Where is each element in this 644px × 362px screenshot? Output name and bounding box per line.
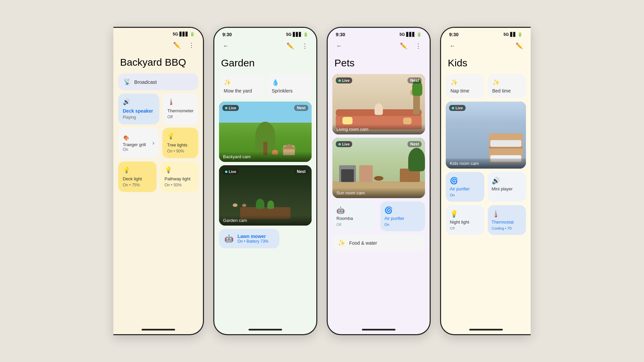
night-light-icon: 💡 — [450, 210, 480, 218]
kids-thermo-label: Thermostat — [492, 220, 522, 225]
battery-3: 🔋 — [417, 32, 422, 37]
sun-room-cam-card[interactable]: Live Nest Sun room cam — [332, 138, 425, 198]
air-purifier-icon: 🌀 — [384, 206, 421, 214]
phone-content-3: Live Nest Living room cam — [328, 74, 430, 325]
deck-light-status: On • 75% — [123, 183, 152, 187]
mini-player-label: Mini player — [492, 186, 522, 191]
sun-room-cam-label: Sun room cam — [332, 188, 425, 198]
mower-icon: 🤖 — [224, 234, 233, 243]
roomba-icon: 🤖 — [336, 206, 373, 214]
garden-cam-label: Garden cam — [219, 215, 312, 226]
food-water-card[interactable]: ✨ Food & water — [332, 235, 425, 251]
top-bar-1: ✏️ ⋮ — [113, 38, 203, 54]
more-button-2[interactable]: ⋮ — [299, 40, 311, 52]
tree-lights-label: Tree lights — [167, 142, 194, 147]
status-icons-1: 5G ▋▋▋ 🔋 — [173, 32, 195, 37]
tree-lights-icon: 💡 — [167, 132, 194, 140]
row-grill-lights: 🍖 Traeger grill On › 💡 Tree lights On • … — [118, 128, 198, 158]
home-bar-4 — [469, 329, 503, 330]
edit-button-4[interactable]: ✏️ — [513, 40, 525, 52]
kids-air-purifier-card[interactable]: 🌀 Air purifier On — [446, 172, 484, 202]
night-light-label: Night light — [450, 220, 480, 225]
signal-3: 5G — [399, 32, 405, 37]
row-mow-sprinklers: ✨ Mow the yard 💧 Sprinklers — [219, 74, 312, 98]
grill-status: On — [123, 147, 146, 152]
kids-air-purifier-status: On — [450, 193, 480, 197]
phone-content-1: 📡 Broadcast 🔊 Deck speaker Playing 🌡️ Th… — [113, 73, 203, 325]
signal-bars-2: ▋▋▋ — [293, 32, 302, 37]
top-bar-4: ← ✏️ — [441, 39, 531, 55]
garden-live-text: Live — [229, 170, 236, 174]
kids-live-text: Live — [455, 106, 463, 110]
home-indicator-2 — [214, 325, 316, 334]
phone-content-2: ✨ Mow the yard 💧 Sprinklers — [214, 74, 316, 325]
mow-card[interactable]: ✨ Mow the yard — [219, 74, 264, 98]
status-bar-3: 9:30 5G ▋▋▋ 🔋 — [328, 28, 430, 39]
bed-time-card[interactable]: ✨ Bed time — [488, 74, 526, 98]
top-bar-3: ← ✏️ ⋮ — [328, 39, 430, 55]
thermometer-card[interactable]: 🌡️ Thermometer Off — [163, 94, 198, 124]
night-light-card[interactable]: 💡 Night light Off — [446, 205, 484, 235]
page-title-3: Pets — [328, 55, 430, 74]
grill-arrow: › — [152, 139, 154, 146]
row-deck-thermo: 🔊 Deck speaker Playing 🌡️ Thermometer Of… — [118, 94, 198, 124]
backyard-live-badge: Live — [222, 105, 239, 111]
mower-label: Lawn mower — [237, 234, 268, 239]
row-night-thermo: 💡 Night light Off 🌡️ Thermostat Cooling … — [446, 205, 526, 235]
garden-cam-card[interactable]: Live Nest Garden cam — [219, 165, 312, 226]
kids-thermo-status: Cooling • 70 — [492, 226, 522, 230]
status-icons-2: 5G ▋▋▋ 🔋 — [286, 32, 308, 37]
back-button-4[interactable]: ← — [446, 40, 459, 52]
backyard-cam-card[interactable]: Live Nest Backyard cam — [219, 102, 312, 162]
edit-button-3[interactable]: ✏️ — [397, 40, 410, 52]
night-light-status: Off — [450, 226, 480, 230]
living-room-cam-card[interactable]: Live Nest Living room cam — [332, 74, 425, 134]
time-2: 9:30 — [222, 32, 232, 37]
food-water-label: Food & water — [349, 240, 377, 246]
mow-icon: ✨ — [224, 79, 259, 86]
kids-air-purifier-label: Air purifier — [450, 186, 480, 191]
tree-lights-status: On • 90% — [167, 149, 194, 154]
bed-label: Bed time — [492, 88, 522, 94]
edit-button-2[interactable]: ✏️ — [284, 40, 296, 52]
kids-room-cam-card[interactable]: Live Kids room cam — [446, 102, 526, 169]
mini-player-card[interactable]: 🔊 Mini player — [488, 172, 526, 202]
air-purifier-card[interactable]: 🌀 Air purifier On — [380, 201, 425, 231]
back-button-3[interactable]: ← — [333, 40, 345, 52]
status-icons-3: 5G ▋▋▋ 🔋 — [399, 32, 422, 37]
home-indicator-1 — [113, 325, 203, 334]
phones-container: 5G ▋▋▋ 🔋 ✏️ ⋮ Backyard BBQ 📡 Broadcast 🔊 — [0, 0, 644, 362]
pathway-light-icon: 💡 — [165, 166, 194, 174]
home-indicator-3 — [328, 325, 430, 334]
bed-icon: ✨ — [492, 79, 522, 86]
deck-light-card[interactable]: 💡 Deck light On • 75% — [118, 162, 157, 192]
phone-garden: 9:30 5G ▋▋▋ 🔋 ← ✏️ ⋮ Garden ✨ Mow the ya… — [213, 27, 317, 335]
thermometer-icon: 🌡️ — [167, 98, 194, 106]
back-button-2[interactable]: ← — [220, 40, 232, 52]
mow-label: Mow the yard — [224, 88, 259, 94]
living-room-nest-badge: Nest — [408, 77, 422, 83]
row-roomba-purifier: 🤖 Roomba Off 🌀 Air purifier On — [332, 201, 425, 231]
signal-4: 5G — [503, 32, 509, 37]
time-4: 9:30 — [449, 32, 459, 37]
mower-status: On • Battery 73% — [237, 239, 268, 244]
edit-button-1[interactable]: ✏️ — [171, 39, 183, 51]
tree-lights-card[interactable]: 💡 Tree lights On • 90% — [162, 128, 198, 158]
roomba-status: Off — [336, 223, 373, 227]
deck-speaker-card[interactable]: 🔊 Deck speaker Playing — [118, 94, 159, 124]
roomba-card[interactable]: 🤖 Roomba Off — [332, 201, 377, 231]
broadcast-card[interactable]: 📡 Broadcast — [118, 73, 198, 90]
traeger-grill-card[interactable]: 🍖 Traeger grill On › — [118, 128, 159, 158]
pathway-light-card[interactable]: 💡 Pathway light On • 50% — [160, 162, 199, 192]
nap-time-card[interactable]: ✨ Nap time — [446, 74, 484, 98]
kids-thermostat-card[interactable]: 🌡️ Thermostat Cooling • 70 — [488, 205, 526, 235]
lawn-mower-card[interactable]: 🤖 Lawn mower On • Battery 73% — [219, 229, 279, 248]
more-button-1[interactable]: ⋮ — [185, 39, 198, 51]
more-button-3[interactable]: ⋮ — [412, 40, 424, 52]
page-title-1: Backyard BBQ — [113, 54, 203, 73]
home-bar-2 — [249, 329, 282, 330]
sprinklers-card[interactable]: 💧 Sprinklers — [267, 74, 312, 98]
food-water-icon: ✨ — [338, 239, 345, 247]
home-indicator-4 — [441, 325, 531, 334]
sprinklers-icon: 💧 — [272, 79, 307, 86]
